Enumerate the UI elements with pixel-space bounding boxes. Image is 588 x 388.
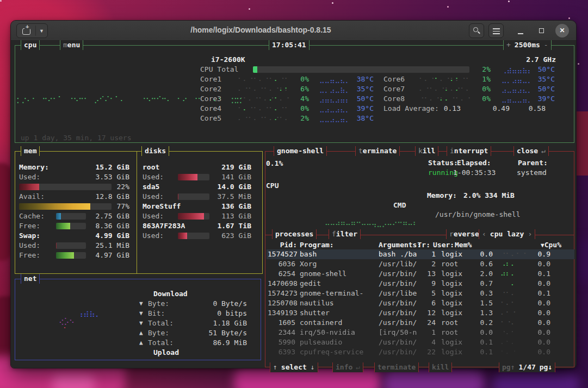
mem-used-percent: 22%: [87, 182, 129, 192]
cpu-box-label: cpu: [24, 41, 36, 49]
cpu-model: i7-2600K: [211, 55, 245, 65]
reverse-button[interactable]: reverse: [446, 229, 482, 239]
cell-mem-percent: 0.7: [466, 279, 493, 289]
sort-prev-button[interactable]: ‹: [482, 230, 486, 238]
process-row[interactable]: 1349193 shutter /usr/bin/ 12 logix 1.3 ⠄…: [267, 308, 574, 318]
process-row[interactable]: 1470698 gedit /usr/bin/ 9 logix 0.7 ⠀⠀⠄ …: [267, 279, 574, 289]
close-detail-button[interactable]: close↵: [513, 146, 549, 156]
search-button[interactable]: [469, 23, 484, 38]
disk-used-label: Used:: [143, 192, 164, 202]
page-up-button[interactable]: pg↑: [502, 363, 515, 371]
titlebar[interactable]: + ▼ /home/logix/Downloads/bashtop-0.8.15…: [11, 21, 576, 41]
process-row[interactable]: 1574273 gnome-terminal- /usr/libe 5 logi…: [267, 289, 574, 298]
wallpaper-shape: [52, 374, 95, 388]
cell-mem-percent: 0.3: [466, 289, 493, 298]
new-tab-button[interactable]: +: [17, 24, 35, 37]
interval-decrease-button[interactable]: -: [544, 41, 548, 49]
hamburger-icon: [493, 31, 500, 32]
cell-program: nautilus: [300, 298, 334, 308]
cell-threads: 4: [420, 337, 436, 347]
process-row[interactable]: 6036 Xorg /usr/lib/ 2 root 0.6 ⠠⠆⠄ 0.0: [267, 259, 574, 269]
net-row-value: 86.9 MiB: [174, 338, 247, 348]
disk-used-value: 141 GiB: [190, 172, 251, 182]
box-title-cpu: cpu: [21, 40, 40, 50]
disk-used-bar-fill: [178, 233, 187, 239]
terminate-footer-button[interactable]: terminate: [374, 362, 419, 372]
close-button[interactable]: ✕: [555, 24, 569, 37]
cell-user: root: [441, 328, 458, 337]
process-cpu-graph: ⠄⠂⠄: [500, 337, 516, 347]
swap-used-bar: [56, 242, 86, 249]
cell-arguments: /usr/bin/: [379, 279, 417, 289]
menu-button[interactable]: [488, 23, 504, 38]
detail-process-name: gnome-shell: [277, 147, 324, 155]
process-cpu-graph: ⠂⠄⠂: [500, 298, 516, 308]
core-activity-graph-highlight: ⠀⠀⠀⠀⠄⠄⠀⠀⠀⠀: [419, 94, 471, 104]
terminate-button[interactable]: terminate: [355, 146, 400, 156]
core-temp-graph: ⣠⣀⣤⣠⣄⡀: [502, 84, 533, 94]
core-name: Core6: [383, 74, 405, 84]
net-graph-dot: ⠠: [61, 322, 66, 331]
menu-toggle-button[interactable]: menu: [60, 40, 83, 50]
cpu-usage-graph: ⡂⡐⠄⠂⠀⠒⠔⠂⠁⠀⠐⠢⠒⠂⠀⡠⠊⠌⠂⠁⠄⠀⠀⠀⠐⠢⠒⠊⠒⠄⠀⠂⠔⠀⠐⠂⠀⠀⠄⠂…: [16, 95, 244, 104]
filter-button[interactable]: filter: [329, 229, 361, 239]
net-stats-list: ▼ Byte: 0 Byte/s ▼ Bit: 0 bitps ▼ Total:…: [139, 299, 247, 348]
cell-program: gedit: [300, 279, 321, 289]
core-name: Core7: [383, 84, 405, 94]
cell-pid: 1349193: [268, 308, 295, 318]
info-button[interactable]: info↵: [332, 362, 363, 372]
maximize-button[interactable]: [535, 23, 549, 37]
core-percent: 0%: [282, 74, 309, 84]
disk-list: root 219 GiB Used: 141 GiB sda5 14.0 GiB…: [143, 162, 251, 241]
interrupt-hotkey: i: [450, 147, 454, 155]
core-name: Core5: [200, 114, 221, 123]
core-row: Core8 ⠐⠂⠄⠐⠂⠄⠐⠂⠄⠐ ⠀⠀⠀⠀⠄⠄⠀⠀⠀⠀ 0% ⣀⣤⣀⣀⣤⡀ 39…: [383, 94, 558, 104]
core-row: Core5 ⠄⠐⠂⠄⠐⠂⠄⠐⠂⠄ ⠀⠀⠀⠀⠀⠀⠀⠄⠀⠀ 2% ⣀⣀⣠⣀⣤⡀ 38…: [200, 114, 374, 123]
process-row[interactable]: 1250708 nautilus /usr/bin/ 6 logix 1.5 ⠂…: [267, 298, 574, 308]
net-row: ▼ Byte: 0 Byte/s: [139, 299, 247, 309]
sort-next-button[interactable]: ›: [528, 230, 532, 238]
mem-avail-label: Avail:: [19, 192, 45, 202]
process-row[interactable]: 5990 pulseaudio /usr/bin/ 4 logix 0.1 ⠄⠂…: [267, 337, 574, 347]
column-header-program: Program:: [300, 240, 334, 250]
cpu-frequency: 2.7 GHz: [506, 55, 556, 65]
load-average-1m: 0.13: [436, 104, 461, 114]
box-title-disks: disks: [141, 146, 169, 156]
cell-arguments: /usr/lib/: [379, 259, 417, 269]
disk-used-value: 623 GiB: [190, 231, 251, 241]
core-name: Core4: [200, 104, 221, 114]
core-temp: 35°C: [351, 84, 374, 94]
detail-cpu-percent: 0.1%: [266, 159, 283, 168]
interrupt-button[interactable]: interrupt: [447, 146, 491, 156]
process-row[interactable]: 6254 gnome-shell /usr/bin/ 13 logix 2.0 …: [267, 269, 574, 279]
cell-program: Xorg: [300, 259, 317, 269]
reverse-label: everse: [454, 230, 479, 238]
cell-cpu-percent: 0.1: [523, 289, 550, 298]
core-activity-graph-highlight: ⠀⠀⠀⠂⠀⠀⠄⠂⠀⠀: [419, 74, 471, 84]
select-label: select: [281, 363, 307, 371]
kill-button[interactable]: kill: [415, 146, 438, 156]
process-row[interactable]: 6393 cpufreq-service /usr/bin/ 22 logix …: [267, 347, 574, 357]
minimize-button[interactable]: [513, 23, 528, 37]
core-percent: 0%: [282, 104, 309, 114]
tab-list-button[interactable]: ▼: [36, 24, 47, 37]
net-row-value: 51 Byte/s: [174, 328, 247, 338]
kill-footer-button[interactable]: kill: [429, 362, 452, 372]
detail-cmd-axis: CMD: [393, 200, 398, 210]
cell-program: containerd: [300, 318, 342, 328]
arrow-up-icon[interactable]: ↑: [273, 363, 277, 371]
cell-user: root: [441, 259, 458, 269]
process-row[interactable]: 2344 irq/50-nvidia [irq/50-n 1 root 0.0 …: [267, 328, 574, 337]
page-down-button[interactable]: pg↓: [540, 363, 552, 371]
process-cpu-graph: ⠴⠆⠄: [500, 269, 516, 279]
interval-increase-button[interactable]: +: [506, 41, 511, 49]
enter-icon: ↵: [356, 363, 360, 371]
arrow-down-icon[interactable]: ↓: [311, 363, 315, 371]
process-row[interactable]: 1574527 bash bash ./ba 1 logix 0.0 ⠐⠂⠄⠂⠐…: [267, 249, 574, 259]
update-interval: +2500ms-: [503, 40, 552, 50]
net-download-graph: ⢠⣴⣦⡀: [77, 308, 101, 317]
cell-pid: 6036: [268, 259, 295, 269]
process-row[interactable]: 1605 containerd /usr/bin/ 24 root 0.2 ⠂⠐…: [267, 318, 574, 328]
net-row: ▲ Total: 86.9 MiB: [139, 338, 247, 348]
cell-threads: 1: [420, 249, 436, 259]
